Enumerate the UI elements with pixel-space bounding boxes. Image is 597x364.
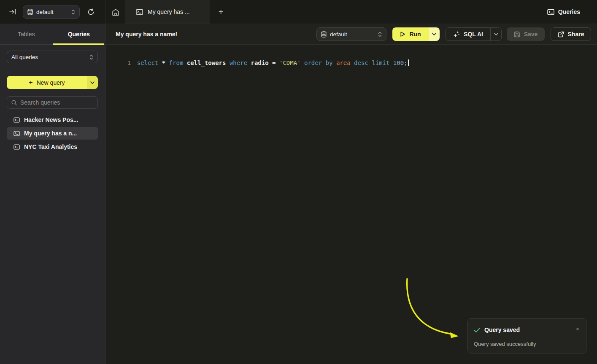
query-filter-value: All queries <box>11 54 38 60</box>
sidebar-database-value: default <box>36 9 54 15</box>
sidebar: Tables Queries All queries + New query <box>0 24 105 364</box>
editor-database-selector[interactable]: default <box>316 27 386 41</box>
chevron-updown-icon <box>71 9 75 15</box>
query-list-item[interactable]: Hacker News Pos... <box>7 113 98 126</box>
tab-queries[interactable]: Queries <box>53 24 105 44</box>
sparkles-icon <box>453 31 460 38</box>
query-item-label: NYC Taxi Analytics <box>24 143 77 150</box>
refresh-icon <box>87 8 95 16</box>
queries-icon <box>547 9 554 15</box>
query-title: My query has a name! <box>116 31 177 38</box>
query-tab-icon <box>136 9 143 15</box>
sidebar-tabs: Tables Queries <box>0 24 105 45</box>
new-query-split-button: + New query <box>7 76 98 89</box>
new-query-button[interactable]: + New query <box>7 76 87 89</box>
query-list: Hacker News Pos... My query has a n... N… <box>7 113 98 154</box>
code-line: 1select * from cell_towers where radio =… <box>106 50 409 76</box>
editor-database-value: default <box>330 31 347 38</box>
chevron-down-icon <box>432 33 436 35</box>
queries-breadcrumb[interactable]: Queries <box>547 0 580 24</box>
query-icon <box>14 117 20 123</box>
tab-my-query[interactable]: My query has ... <box>125 0 210 24</box>
sql-code: select * from cell_towers where radio = … <box>137 59 408 66</box>
database-icon <box>321 31 327 38</box>
sql-editor[interactable]: 1select * from cell_towers where radio =… <box>106 45 597 364</box>
new-tab-button[interactable]: + <box>216 7 226 17</box>
query-item-label: Hacker News Pos... <box>24 116 78 123</box>
line-number: 1 <box>120 59 137 67</box>
sql-ai-split-button: SQL AI <box>446 27 502 41</box>
toast-close-button[interactable]: × <box>576 326 579 332</box>
refresh-button[interactable] <box>86 7 96 17</box>
share-icon <box>558 31 564 38</box>
toast-query-saved: Query saved × Query saved successfully <box>467 318 586 353</box>
text-cursor <box>408 59 409 66</box>
new-query-dropdown-button[interactable] <box>87 76 98 89</box>
collapse-sidebar-icon <box>9 9 16 15</box>
tab-label: My query has ... <box>148 8 190 15</box>
query-icon <box>14 144 20 150</box>
collapse-sidebar-button[interactable] <box>8 7 18 17</box>
database-icon <box>27 9 33 15</box>
save-button[interactable]: Save <box>507 27 545 41</box>
query-list-item[interactable]: My query has a n... <box>7 127 98 140</box>
editor-header: My query has a name! default Run <box>106 24 597 45</box>
query-filter-selector[interactable]: All queries <box>7 51 98 63</box>
top-bar-left: default <box>0 0 105 24</box>
run-label: Run <box>409 31 421 38</box>
search-queries-box <box>7 96 98 109</box>
run-dropdown-button[interactable] <box>429 27 440 41</box>
search-queries-input[interactable] <box>20 99 97 106</box>
run-button[interactable]: Run <box>392 27 429 41</box>
top-bar: default <box>0 0 597 24</box>
query-list-item[interactable]: NYC Taxi Analytics <box>7 140 98 153</box>
sql-ai-button[interactable]: SQL AI <box>446 28 490 40</box>
query-icon <box>14 131 20 136</box>
save-icon <box>514 31 520 38</box>
sidebar-database-selector[interactable]: default <box>23 5 80 19</box>
share-label: Share <box>568 31 584 38</box>
search-icon <box>11 100 17 105</box>
chevron-updown-icon <box>89 54 93 60</box>
new-query-label: New query <box>37 79 65 86</box>
sql-ai-dropdown-button[interactable] <box>490 28 501 40</box>
chevron-down-icon <box>494 33 498 35</box>
home-button[interactable] <box>111 7 121 17</box>
tab-tables[interactable]: Tables <box>0 24 53 44</box>
save-label: Save <box>524 31 538 38</box>
play-icon <box>400 31 405 37</box>
chevron-updown-icon <box>378 32 382 37</box>
plus-icon: + <box>29 79 32 86</box>
chevron-down-icon <box>90 81 95 84</box>
queries-breadcrumb-label: Queries <box>558 8 580 15</box>
sql-ai-label: SQL AI <box>464 31 483 38</box>
query-item-label: My query has a n... <box>24 130 77 137</box>
toast-title: Query saved <box>484 326 520 333</box>
toast-message: Query saved successfully <box>474 341 536 347</box>
home-icon <box>112 8 119 16</box>
run-split-button: Run <box>392 27 440 41</box>
check-icon <box>474 328 480 333</box>
share-button[interactable]: Share <box>551 27 591 41</box>
